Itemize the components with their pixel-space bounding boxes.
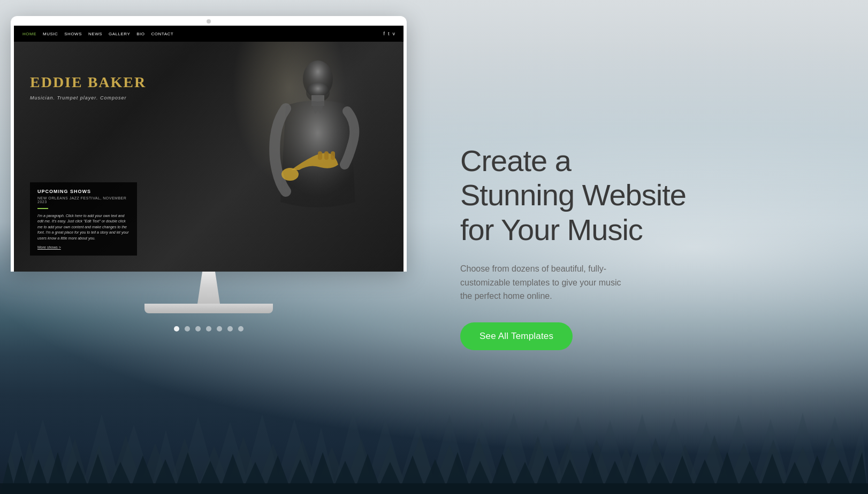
main-description: Choose from dozens of beautiful, fully-c… <box>460 262 631 303</box>
main-headline: Create a Stunning Website for Your Music <box>460 144 825 247</box>
nav-link-home: HOME <box>22 32 36 36</box>
carousel-dot-7[interactable] <box>238 326 243 331</box>
monitor-screen: HOME MUSIC SHOWS NEWS GALLERY BIO CONTAC… <box>14 26 403 272</box>
site-nav-social: f t v <box>383 31 395 36</box>
artist-subtitle: Musician. Trumpet player. Composer <box>30 95 127 101</box>
shows-more-link: More shows > <box>37 245 130 249</box>
carousel-dots <box>174 326 243 331</box>
nav-link-contact: CONTACT <box>151 32 174 36</box>
svg-rect-105 <box>318 151 322 160</box>
site-nav-links: HOME MUSIC SHOWS NEWS GALLERY BIO CONTAC… <box>22 32 173 36</box>
headline-line2: Stunning Website <box>460 178 686 212</box>
nav-link-news: NEWS <box>88 32 102 36</box>
nav-link-music: MUSIC <box>43 32 58 36</box>
page-wrapper: HOME MUSIC SHOWS NEWS GALLERY BIO CONTAC… <box>0 0 868 494</box>
carousel-dot-2[interactable] <box>185 326 190 331</box>
monitor-stand-neck <box>193 272 225 304</box>
shows-divider <box>37 208 48 209</box>
monitor-bezel: HOME MUSIC SHOWS NEWS GALLERY BIO CONTAC… <box>11 16 407 272</box>
artist-name: EDDIE BAKER <box>30 74 146 91</box>
monitor-stand-base <box>144 304 273 313</box>
headline-line3: for Your Music <box>460 213 643 246</box>
site-hero: EDDIE BAKER Musician. Trumpet player. Co… <box>14 42 403 272</box>
carousel-dot-1[interactable] <box>174 326 179 331</box>
see-all-templates-button[interactable]: See All Templates <box>460 322 573 350</box>
carousel-dot-5[interactable] <box>217 326 222 331</box>
facebook-icon: f <box>383 31 385 36</box>
svg-rect-106 <box>324 151 329 160</box>
carousel-dot-4[interactable] <box>206 326 211 331</box>
svg-rect-107 <box>331 151 335 160</box>
svg-point-104 <box>281 168 299 181</box>
artist-silhouette <box>248 42 382 272</box>
carousel-dot-6[interactable] <box>227 326 233 331</box>
carousel-dot-3[interactable] <box>195 326 201 331</box>
shows-body: I'm a paragraph. Click here to add your … <box>37 213 130 242</box>
nav-link-bio: BIO <box>136 32 144 36</box>
site-nav-bar: HOME MUSIC SHOWS NEWS GALLERY BIO CONTAC… <box>14 26 403 42</box>
nav-link-gallery: GALLERY <box>109 32 130 36</box>
monitor-camera-dot <box>207 19 211 24</box>
right-panel: Create a Stunning Website for Your Music… <box>417 0 868 494</box>
vimeo-icon: v <box>393 31 395 36</box>
nav-link-shows: SHOWS <box>64 32 82 36</box>
shows-subtitle: NEW ORLEANS JAZZ FESTIVAL, NOVEMBER 2023 <box>37 196 130 204</box>
left-panel: HOME MUSIC SHOWS NEWS GALLERY BIO CONTAC… <box>0 0 417 494</box>
twitter-icon: t <box>388 31 390 36</box>
monitor-wrapper: HOME MUSIC SHOWS NEWS GALLERY BIO CONTAC… <box>5 16 412 313</box>
shows-title: UPCOMING SHOWS <box>37 189 130 194</box>
headline-line1: Create a <box>460 144 571 177</box>
shows-box: UPCOMING SHOWS NEW ORLEANS JAZZ FESTIVAL… <box>30 182 137 256</box>
